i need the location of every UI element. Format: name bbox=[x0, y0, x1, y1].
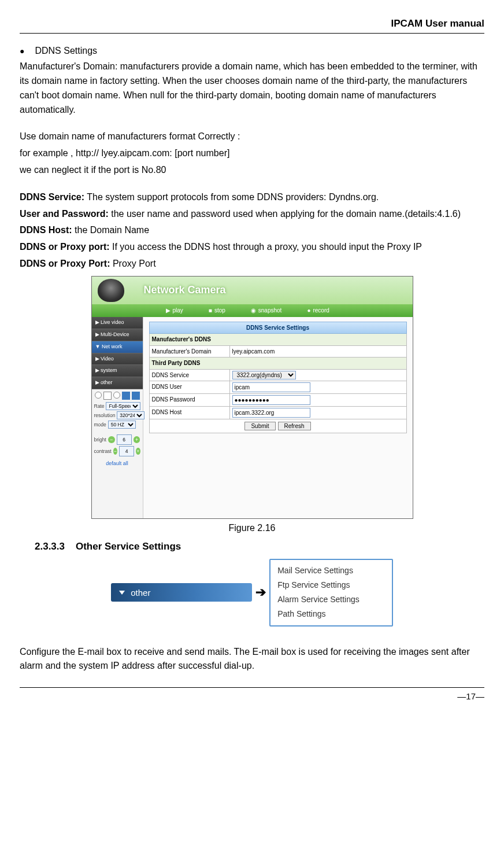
def-userpass-label: User and Password: bbox=[20, 209, 109, 219]
other-submenu: Mail Service Settings Ftp Service Settin… bbox=[269, 559, 393, 626]
ctrl-mode: mode50 HZ bbox=[94, 421, 140, 429]
submenu-ftp[interactable]: Ftp Service Settings bbox=[277, 578, 360, 592]
row-ddns-user: DDNS User bbox=[149, 381, 407, 394]
banner-title: Network Camera bbox=[144, 282, 226, 298]
snapshot-label: snapshot bbox=[258, 306, 282, 315]
chevron-right-icon: ▶ bbox=[95, 319, 99, 325]
figure-banner: Network Camera bbox=[92, 277, 413, 304]
rate-select[interactable]: Full-Speed bbox=[106, 402, 140, 410]
nav-live[interactable]: ▶ Live video bbox=[92, 317, 143, 329]
ddns-host-label: DDNS Host bbox=[150, 407, 230, 419]
def-service: DDNS Service: The system support protoco… bbox=[20, 190, 484, 205]
contrast-label: contrast bbox=[94, 448, 112, 455]
bright-minus[interactable]: − bbox=[108, 436, 115, 443]
ctrl-contrast: contrast−+ bbox=[94, 446, 140, 456]
ddns-heading: ● DDNS Settings bbox=[20, 44, 484, 58]
section-thirdparty: Third Party DDNS bbox=[149, 358, 407, 370]
figure-toolbar: ▶play ■stop ◉snapshot ●record bbox=[92, 304, 413, 317]
def-proxyip-label: DDNS or Proxy port: bbox=[20, 242, 110, 252]
subsection-heading: 2.3.3.3 Other Service Settings bbox=[35, 539, 484, 554]
nav-video[interactable]: ▶ Video bbox=[92, 353, 143, 366]
nav-live-label: Live video bbox=[101, 319, 124, 325]
chevron-down-icon bbox=[119, 591, 125, 595]
default-all-link[interactable]: default all bbox=[94, 460, 140, 468]
nav-network[interactable]: ▼ Net work bbox=[92, 341, 143, 353]
nav-system[interactable]: ▶ system bbox=[92, 365, 143, 377]
stop-label: stop bbox=[214, 306, 225, 315]
layout-radio-2[interactable] bbox=[113, 392, 120, 399]
ddns-password-label: DDNS Password bbox=[150, 394, 230, 406]
nav-system-label: system bbox=[101, 367, 117, 373]
chevron-down-icon: ▼ bbox=[95, 344, 101, 349]
record-icon: ● bbox=[307, 306, 310, 315]
nav-video-label: Video bbox=[101, 356, 114, 362]
chevron-right-icon: ▶ bbox=[95, 356, 99, 362]
ctrl-resolution: resolution320*240 bbox=[94, 411, 140, 419]
other-tab-label: other bbox=[131, 586, 150, 599]
row-ddns-host: DDNS Host bbox=[149, 407, 407, 419]
mfg-domain-label: Manufacturer's Domain bbox=[150, 346, 230, 358]
ddns-service-label: DDNS Service bbox=[150, 370, 230, 381]
ddns-password-input[interactable] bbox=[232, 395, 310, 405]
def-host-text: the Domain Name bbox=[72, 225, 149, 235]
toolbar-stop[interactable]: ■stop bbox=[209, 306, 225, 315]
page-footer: —17— bbox=[20, 687, 484, 703]
ddns-user-input[interactable] bbox=[232, 382, 310, 392]
resolution-select[interactable]: 320*240 bbox=[117, 411, 144, 419]
def-proxyport-label: DDNS or Proxy Port: bbox=[20, 259, 110, 268]
stop-icon: ■ bbox=[209, 306, 212, 315]
toolbar-record[interactable]: ●record bbox=[307, 306, 329, 315]
layout-4up[interactable] bbox=[122, 392, 130, 400]
nav-multi-label: Multi-Device bbox=[101, 331, 129, 337]
mode-select[interactable]: 50 HZ bbox=[108, 421, 136, 429]
refresh-button[interactable]: Refresh bbox=[278, 422, 311, 430]
def-userpass-text: the user name and password used when app… bbox=[109, 209, 461, 219]
submenu-path[interactable]: Path Settings bbox=[277, 607, 360, 621]
bright-input[interactable] bbox=[117, 434, 132, 445]
bright-plus[interactable]: + bbox=[134, 436, 140, 443]
ddns-intro: Manufacturer's Domain: manufacturers pro… bbox=[20, 60, 484, 117]
row-mfg-domain: Manufacturer's Domain lyey.aipcam.com bbox=[149, 346, 407, 358]
ddns-host-input[interactable] bbox=[232, 408, 310, 418]
mode-label: mode bbox=[94, 421, 106, 429]
ddns-service-select[interactable]: 3322.org(dyndns) bbox=[232, 371, 296, 379]
use-note: we can neglect it if the port is No.80 bbox=[20, 163, 484, 178]
page-header: IPCAM User manual bbox=[20, 16, 484, 34]
nav-network-label: Net work bbox=[102, 344, 123, 349]
resolution-label: resolution bbox=[94, 412, 116, 419]
layout-radio-1[interactable] bbox=[95, 392, 102, 399]
submit-button[interactable]: Submit bbox=[244, 422, 275, 430]
ddns-title: DDNS Settings bbox=[35, 46, 97, 56]
figure-2-16: Network Camera ▶play ■stop ◉snapshot ●re… bbox=[91, 276, 413, 519]
chevron-right-icon: ▶ bbox=[95, 379, 99, 385]
nav-multi[interactable]: ▶ Multi-Device bbox=[92, 329, 143, 341]
camera-icon bbox=[98, 279, 124, 302]
layout-selector[interactable] bbox=[94, 392, 140, 400]
toolbar-play[interactable]: ▶play bbox=[166, 306, 183, 315]
subsection-title: Other Service Settings bbox=[76, 541, 181, 552]
use-example: for example , http:// lyey.aipcam.com: [… bbox=[20, 146, 484, 161]
def-proxyip-text: If you access the DDNS host through a pr… bbox=[110, 242, 422, 252]
side-nav: ▶ Live video ▶ Multi-Device ▼ Net work ▶… bbox=[92, 317, 143, 390]
figure-main: DDNS Service Settings Manufacturer's DDN… bbox=[143, 317, 413, 518]
closing-paragraph: Configure the E-mail box to receive and … bbox=[20, 645, 484, 674]
contrast-plus[interactable]: + bbox=[136, 448, 140, 455]
contrast-input[interactable] bbox=[119, 446, 134, 456]
toolbar-snapshot[interactable]: ◉snapshot bbox=[251, 306, 282, 315]
record-label: record bbox=[313, 306, 329, 315]
submenu-alarm[interactable]: Alarm Service Settings bbox=[277, 592, 360, 607]
play-icon: ▶ bbox=[166, 306, 171, 315]
nav-other-label: other bbox=[101, 379, 113, 385]
ddns-user-label: DDNS User bbox=[150, 381, 230, 393]
ctrl-rate: RateFull-Speed bbox=[94, 402, 140, 410]
def-host: DDNS Host: the Domain Name bbox=[20, 223, 484, 238]
layout-1up[interactable] bbox=[103, 392, 112, 400]
nav-other[interactable]: ▶ other bbox=[92, 377, 143, 389]
other-tab[interactable]: other bbox=[111, 583, 252, 602]
form-buttons: Submit Refresh bbox=[149, 419, 407, 433]
def-host-label: DDNS Host: bbox=[20, 225, 72, 235]
contrast-minus[interactable]: − bbox=[113, 448, 117, 455]
chevron-right-icon: ▶ bbox=[95, 331, 99, 337]
layout-9up[interactable] bbox=[132, 392, 140, 400]
submenu-mail[interactable]: Mail Service Settings bbox=[277, 563, 360, 578]
